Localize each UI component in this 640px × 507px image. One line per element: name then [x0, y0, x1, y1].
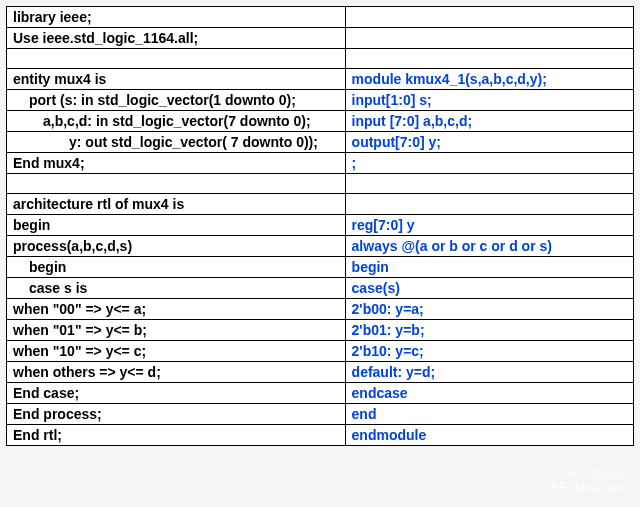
- verilog-cell: [345, 194, 633, 215]
- vhdl-cell: when "01" => y<= b;: [7, 320, 346, 341]
- vhdl-cell: case s is: [7, 278, 346, 299]
- verilog-cell: 2'b00: y=a;: [345, 299, 633, 320]
- vhdl-cell: End case;: [7, 383, 346, 404]
- verilog-cell: [345, 28, 633, 49]
- table-body: library ieee;Use ieee.std_logic_1164.all…: [7, 7, 634, 446]
- verilog-cell: [345, 174, 633, 194]
- verilog-cell: begin: [345, 257, 633, 278]
- table-row: architecture rtl of mux4 is: [7, 194, 634, 215]
- table-row: process(a,b,c,d,s)always @(a or b or c o…: [7, 236, 634, 257]
- vhdl-cell: library ieee;: [7, 7, 346, 28]
- verilog-cell: default: y=d;: [345, 362, 633, 383]
- table-row: End mux4;;: [7, 153, 634, 174]
- table-row: End case;endcase: [7, 383, 634, 404]
- vhdl-cell: begin: [7, 257, 346, 278]
- verilog-cell: [345, 7, 633, 28]
- verilog-cell: end: [345, 404, 633, 425]
- table-row: when others => y<= d;default: y=d;: [7, 362, 634, 383]
- table-row: End rtl;endmodule: [7, 425, 634, 446]
- verilog-cell: endcase: [345, 383, 633, 404]
- verilog-cell: reg[7:0] y: [345, 215, 633, 236]
- table-row: a,b,c,d: in std_logic_vector(7 downto 0)…: [7, 111, 634, 132]
- table-row: beginreg[7:0] y: [7, 215, 634, 236]
- vhdl-cell: when others => y<= d;: [7, 362, 346, 383]
- table-row: End process;end: [7, 404, 634, 425]
- watermark: 电子发烧友 EEChina.com: [551, 466, 624, 495]
- vhdl-cell: a,b,c,d: in std_logic_vector(7 downto 0)…: [7, 111, 346, 132]
- verilog-cell: [345, 49, 633, 69]
- verilog-cell: 2'b10: y=c;: [345, 341, 633, 362]
- vhdl-cell: y: out std_logic_vector( 7 downto 0));: [7, 132, 346, 153]
- vhdl-cell: End process;: [7, 404, 346, 425]
- vhdl-cell: architecture rtl of mux4 is: [7, 194, 346, 215]
- verilog-cell: input[1:0] s;: [345, 90, 633, 111]
- watermark-url: EEChina.com: [551, 481, 624, 495]
- table-row: port (s: in std_logic_vector(1 downto 0)…: [7, 90, 634, 111]
- table-row: y: out std_logic_vector( 7 downto 0));ou…: [7, 132, 634, 153]
- vhdl-cell: [7, 49, 346, 69]
- verilog-cell: output[7:0] y;: [345, 132, 633, 153]
- table-row: [7, 49, 634, 69]
- table-row: Use ieee.std_logic_1164.all;: [7, 28, 634, 49]
- vhdl-cell: End mux4;: [7, 153, 346, 174]
- vhdl-cell: End rtl;: [7, 425, 346, 446]
- table-row: when "01" => y<= b;2'b01: y=b;: [7, 320, 634, 341]
- verilog-cell: endmodule: [345, 425, 633, 446]
- table-row: when "10" => y<= c;2'b10: y=c;: [7, 341, 634, 362]
- code-comparison-table: library ieee;Use ieee.std_logic_1164.all…: [6, 6, 634, 446]
- vhdl-cell: port (s: in std_logic_vector(1 downto 0)…: [7, 90, 346, 111]
- verilog-cell: input [7:0] a,b,c,d;: [345, 111, 633, 132]
- watermark-logo-text: 电子发烧友: [551, 466, 624, 481]
- table-row: beginbegin: [7, 257, 634, 278]
- vhdl-cell: when "10" => y<= c;: [7, 341, 346, 362]
- vhdl-cell: [7, 174, 346, 194]
- verilog-cell: always @(a or b or c or d or s): [345, 236, 633, 257]
- vhdl-cell: entity mux4 is: [7, 69, 346, 90]
- verilog-cell: 2'b01: y=b;: [345, 320, 633, 341]
- table-row: entity mux4 ismodule kmux4_1(s,a,b,c,d,y…: [7, 69, 634, 90]
- verilog-cell: case(s): [345, 278, 633, 299]
- verilog-cell: ;: [345, 153, 633, 174]
- vhdl-cell: process(a,b,c,d,s): [7, 236, 346, 257]
- vhdl-cell: when "00" => y<= a;: [7, 299, 346, 320]
- vhdl-cell: Use ieee.std_logic_1164.all;: [7, 28, 346, 49]
- vhdl-cell: begin: [7, 215, 346, 236]
- table-row: when "00" => y<= a;2'b00: y=a;: [7, 299, 634, 320]
- table-row: library ieee;: [7, 7, 634, 28]
- table-row: case s iscase(s): [7, 278, 634, 299]
- table-row: [7, 174, 634, 194]
- verilog-cell: module kmux4_1(s,a,b,c,d,y);: [345, 69, 633, 90]
